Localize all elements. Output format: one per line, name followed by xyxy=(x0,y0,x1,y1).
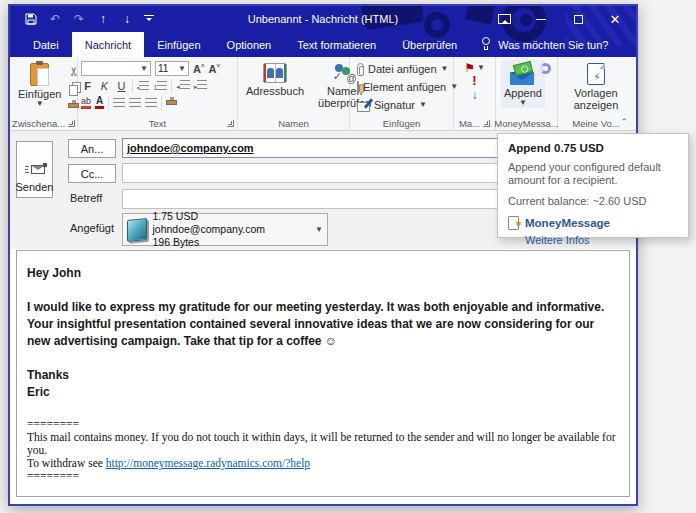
chevron-down-icon: ▼ xyxy=(441,67,449,71)
redo-icon[interactable]: ↷ xyxy=(72,12,86,26)
font-size-dropdown[interactable]: 11▼ xyxy=(155,61,189,76)
append-button[interactable]: Append ▼ xyxy=(501,60,545,108)
bullets-icon[interactable]: • xyxy=(137,81,149,91)
move-down-icon[interactable]: ↓ xyxy=(120,12,134,26)
signature-divider: ======== xyxy=(27,470,619,483)
paperclip-icon xyxy=(357,63,364,76)
group-tags: ⚑▼ ! ↓ Ma... xyxy=(454,57,496,130)
group-text: ▼ 11▼ A˄ A˅ F K U • 1 ◂ ▸ ab A xyxy=(78,57,238,130)
attachment-size: 196 Bytes xyxy=(153,236,310,249)
signature-label: Signatur xyxy=(374,99,415,111)
text-highlight-icon[interactable]: ab xyxy=(81,97,91,109)
chevron-down-icon: ▼ xyxy=(36,102,44,106)
group-clipboard: Einfügen ▼ ✂ Zwischena... xyxy=(10,57,78,130)
moneymessage-logo-icon xyxy=(508,216,519,230)
dialog-launcher-icon[interactable] xyxy=(483,120,490,127)
follow-up-button[interactable]: ⚑▼ xyxy=(464,63,485,73)
tab-nachricht[interactable]: Nachricht xyxy=(72,32,144,57)
attachment-chip[interactable]: 1.75 USD johndoe@company.com 196 Bytes ▼ xyxy=(122,213,328,246)
moneymessage-group-label: MoneyMessa... xyxy=(494,118,558,129)
italic-button[interactable]: K xyxy=(98,80,111,92)
group-moneymessage: Append ▼ MoneyMessa... xyxy=(496,57,558,130)
increase-indent-icon[interactable]: ▸ xyxy=(194,80,208,91)
undo-icon[interactable]: ↶ xyxy=(48,12,62,26)
footer-withdraw-line: To withdraw see http://moneymessage.rady… xyxy=(27,457,619,470)
attachment-file-icon xyxy=(127,217,147,241)
more-info-link[interactable]: Weitere Infos xyxy=(525,234,678,246)
ribbon-display-options-icon[interactable] xyxy=(497,12,511,26)
grow-font-icon[interactable]: A˄ xyxy=(193,63,204,75)
thanks-text: Thanks xyxy=(27,367,619,384)
titlebar: ↶ ↷ ↑ ↓ Unbenannt - Nachricht (HTML) ✕ xyxy=(10,6,636,32)
tab-text-formatieren[interactable]: Text formatieren xyxy=(284,32,389,57)
follow-up-flag-icon: ⚑ xyxy=(464,63,475,73)
popup-balance: Current balance: ~2.60 USD xyxy=(508,195,678,207)
shrink-font-icon[interactable]: A˅ xyxy=(208,63,219,75)
font-name-dropdown[interactable]: ▼ xyxy=(81,61,151,76)
address-book-label: Adressbuch xyxy=(246,85,304,97)
attach-item-label: Element anfügen xyxy=(363,81,446,93)
align-right-icon[interactable] xyxy=(145,98,157,107)
attach-file-button[interactable]: Datei anfügen ▼ xyxy=(357,60,450,78)
spinner-icon xyxy=(540,63,551,74)
sender-name: Eric xyxy=(27,384,619,401)
message-editor[interactable]: Hey John I would like to express my grat… xyxy=(16,250,630,497)
align-center-icon[interactable] xyxy=(129,98,141,107)
names-group-label: Namen xyxy=(278,118,309,129)
tell-me-search[interactable]: Was möchten Sie tun? xyxy=(470,32,618,57)
chevron-down-icon: ▼ xyxy=(419,103,427,107)
tab-datei[interactable]: Datei xyxy=(20,32,72,57)
clipboard-group-label: Zwischena... xyxy=(12,118,65,129)
collapse-ribbon-icon[interactable]: ⌃ xyxy=(620,117,628,127)
tags-group-label: Ma... xyxy=(459,118,480,129)
high-importance-icon[interactable]: ! xyxy=(472,75,476,87)
tab-ueberpruefen[interactable]: Überprüfen xyxy=(389,32,470,57)
align-left-icon[interactable] xyxy=(113,98,125,107)
ribbon: Einfügen ▼ ✂ Zwischena... ▼ 11▼ A˄ A˅ F xyxy=(10,57,636,131)
decrease-indent-icon[interactable]: ◂ xyxy=(176,80,190,91)
tab-einfuegen[interactable]: Einfügen xyxy=(144,32,213,57)
text-group-label: Text xyxy=(149,118,166,129)
bold-button[interactable]: F xyxy=(81,80,94,92)
include-group-label: Einfügen xyxy=(383,118,421,129)
templates-doc-icon: ⚡ xyxy=(587,63,605,85)
show-templates-button[interactable]: ⚡ Vorlagen anzeigen xyxy=(561,60,631,114)
move-up-icon[interactable]: ↑ xyxy=(96,12,110,26)
close-icon[interactable]: ✕ xyxy=(608,12,622,26)
low-importance-icon[interactable]: ↓ xyxy=(472,89,478,101)
save-icon[interactable] xyxy=(24,12,38,26)
tell-me-label: Was möchten Sie tun? xyxy=(498,39,608,51)
underline-button[interactable]: U xyxy=(115,80,128,92)
address-book-icon xyxy=(263,63,287,83)
to-button[interactable]: An... xyxy=(68,139,116,158)
chevron-down-icon[interactable]: ▼ xyxy=(315,225,323,234)
paste-clipboard-icon xyxy=(30,63,49,86)
customize-qat-icon[interactable] xyxy=(144,15,154,23)
cc-button[interactable]: Cc... xyxy=(68,164,116,183)
paste-button[interactable]: Einfügen ▼ xyxy=(13,60,66,112)
font-color-icon[interactable]: A xyxy=(95,96,104,109)
maximize-icon[interactable] xyxy=(571,12,585,26)
popup-brand-link[interactable]: MoneyMessage xyxy=(525,217,610,229)
tab-optionen[interactable]: Optionen xyxy=(214,32,285,57)
address-book-button[interactable]: Adressbuch xyxy=(241,60,309,112)
send-label: Senden xyxy=(16,181,54,193)
signature-button[interactable]: Signatur ▼ xyxy=(357,96,450,114)
minimize-icon[interactable] xyxy=(534,12,548,26)
popup-title: Append 0.75 USD xyxy=(508,142,678,154)
dialog-launcher-icon[interactable] xyxy=(227,120,234,127)
send-button[interactable]: Senden xyxy=(16,141,53,198)
greeting-text: Hey John xyxy=(27,265,619,282)
attach-file-label: Datei anfügen xyxy=(368,63,437,75)
dialog-launcher-icon[interactable] xyxy=(68,120,75,127)
attachment-title: 1.75 USD johndoe@company.com xyxy=(153,210,310,236)
numbering-icon[interactable]: 1 xyxy=(153,81,167,91)
attach-item-button[interactable]: Element anfügen ▼ xyxy=(357,78,450,96)
append-tooltip-popup: Append 0.75 USD Append your configured d… xyxy=(497,133,689,238)
withdraw-help-link[interactable]: http://moneymessage.radynamics.com/?help xyxy=(106,457,310,469)
styles-brush-icon[interactable] xyxy=(166,100,177,105)
ribbon-tab-row: Datei Nachricht Einfügen Optionen Text f… xyxy=(10,32,636,57)
popup-description: Append your configured default amount fo… xyxy=(508,161,678,187)
quick-access-toolbar: ↶ ↷ ↑ ↓ xyxy=(24,12,154,26)
paperclip-icon xyxy=(357,81,359,94)
